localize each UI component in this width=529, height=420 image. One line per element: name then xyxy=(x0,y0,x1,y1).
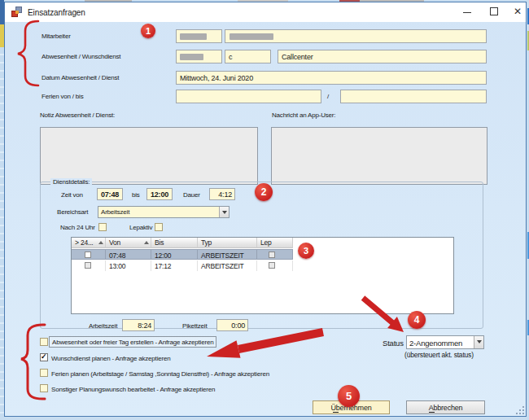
bis-label: bis xyxy=(132,191,140,199)
row-checkbox[interactable] xyxy=(269,262,275,269)
option-1-label: Abwesenheit oder freier Tag erstellen - … xyxy=(49,336,216,348)
notiz-label: Notiz Abwesenheit / Dienst: xyxy=(40,112,115,119)
abwesenheit-code-field[interactable]: c xyxy=(225,50,271,63)
nach24-checkbox[interactable] xyxy=(98,223,107,231)
pikettzeit-field[interactable]: 0:00 xyxy=(216,319,248,331)
abwesenheit-id-field[interactable] xyxy=(176,50,222,63)
option-4-label: Sonstiger Planungswunsch bearbeitet - An… xyxy=(51,386,215,393)
annotation-circle-1: 1 xyxy=(141,24,155,38)
ferien-label: Ferien von / bis xyxy=(42,93,84,100)
abwesenheit-name-field[interactable]: Callcenter xyxy=(278,50,487,63)
bereichsart-value: Arbeitszeit xyxy=(101,208,129,216)
pikettzeit-label: Pikettzeit xyxy=(182,322,207,330)
ferien-bis-field[interactable] xyxy=(340,90,487,103)
col-header-typ[interactable]: Typ xyxy=(198,238,257,248)
zeit-von-label: Zeit von xyxy=(61,191,83,199)
lepaktiv-checkbox[interactable] xyxy=(155,223,163,231)
status-value: 2-Angenommen xyxy=(409,339,462,348)
row-checkbox[interactable] xyxy=(269,252,275,258)
status-note: (übersteuert akt. status) xyxy=(404,351,474,359)
annotation-circle-2: 2 xyxy=(255,183,273,201)
maximize-icon xyxy=(490,7,498,15)
screen: { "window": { "title": "Einsatzanfragen"… xyxy=(0,0,529,420)
col-header-bis[interactable]: Bis xyxy=(151,238,198,248)
bereichsart-combo[interactable]: Arbeitszeit xyxy=(98,206,230,218)
close-icon: ✕ xyxy=(514,6,522,17)
table-row[interactable]: 07:48 12:00 ARBEITSZEIT xyxy=(72,249,293,260)
app-icon xyxy=(11,7,22,17)
status-dropdown-icon[interactable] xyxy=(474,336,483,348)
window-title: Einsatzanfragen xyxy=(28,8,85,17)
datum-field[interactable]: Mittwoch, 24. Juni 2020 xyxy=(176,71,487,85)
nachricht-textarea[interactable] xyxy=(271,127,487,185)
bereichsart-dropdown-icon[interactable] xyxy=(219,207,229,217)
ferien-separator: / xyxy=(327,93,329,100)
mitarbeiter-id-field[interactable] xyxy=(176,29,222,43)
datum-label: Datum Abwesenheit / Dienst xyxy=(42,74,119,81)
nach24-label: Nach 24 Uhr xyxy=(60,224,95,231)
arbeitszeit-label: Arbeitszeit xyxy=(89,322,117,330)
ferien-von-field[interactable] xyxy=(176,90,321,103)
option-2-checkbox[interactable]: ✓ xyxy=(40,353,48,361)
minimize-button[interactable] xyxy=(455,2,479,22)
status-label: Status xyxy=(383,339,404,348)
option-1-checkbox[interactable] xyxy=(40,338,48,346)
row-checkbox[interactable] xyxy=(85,252,91,258)
check-icon: ✓ xyxy=(41,352,47,361)
zeit-von-field[interactable]: 07:48 xyxy=(97,188,123,200)
col-header-lep[interactable]: Lep xyxy=(257,238,293,248)
mitarbeiter-name-field[interactable] xyxy=(225,29,487,43)
resize-grip[interactable] xyxy=(516,406,524,414)
dienstdetails-label: Dienstdetails: xyxy=(50,178,92,186)
status-combo[interactable]: 2-Angenommen xyxy=(406,335,484,349)
mitarbeiter-label: Mitarbeiter xyxy=(42,33,71,40)
abbrechen-button[interactable]: Abbrechen xyxy=(406,400,485,414)
annotation-circle-5: 5 xyxy=(338,385,360,407)
col-header-von[interactable]: Von xyxy=(106,238,151,248)
dienstdetails-groupbox: Dienstdetails: Zeit von 07:48 bis 12:00 … xyxy=(40,182,483,329)
bereichsart-label: Bereichsart xyxy=(57,208,88,216)
col-header-nach24[interactable]: > 24... xyxy=(72,238,106,248)
lepaktiv-label: Lepaktiv xyxy=(129,224,152,231)
dauer-label: Dauer xyxy=(183,191,200,199)
zeiten-table: > 24... Von Bis Typ Lep 07:48 12:00 ARBE… xyxy=(71,237,454,314)
maximize-button[interactable] xyxy=(483,2,506,22)
minimize-icon xyxy=(463,12,471,13)
option-3-checkbox[interactable] xyxy=(40,369,48,377)
nachricht-label: Nachricht an App-User: xyxy=(272,112,335,119)
bis-field[interactable]: 12:00 xyxy=(146,188,173,200)
arbeitszeit-field[interactable]: 8:24 xyxy=(122,319,155,331)
option-3-label: Ferien planen (Arbeitstage / Samstag ,So… xyxy=(51,370,269,378)
dauer-field[interactable]: 4:12 xyxy=(209,188,235,200)
option-4-checkbox[interactable] xyxy=(40,384,48,392)
option-2-label: Wunschdienst planen - Anfrage akzeptiere… xyxy=(51,355,170,362)
close-button[interactable]: ✕ xyxy=(508,2,529,22)
einsatzanfragen-dialog: Einsatzanfragen ✕ Mitarbeiter Abwesenhei… xyxy=(4,2,527,417)
annotation-circle-4: 4 xyxy=(408,311,426,329)
table-row[interactable]: 13:00 17:12 ARBEITSZEIT xyxy=(72,260,293,271)
row-checkbox[interactable] xyxy=(85,262,91,269)
abwesenheit-label: Abwesenheit / Wunschdienst xyxy=(42,53,120,60)
notiz-textarea[interactable] xyxy=(40,127,258,185)
annotation-circle-3: 3 xyxy=(298,243,314,259)
title-bar[interactable]: Einsatzanfragen ✕ xyxy=(5,2,526,22)
